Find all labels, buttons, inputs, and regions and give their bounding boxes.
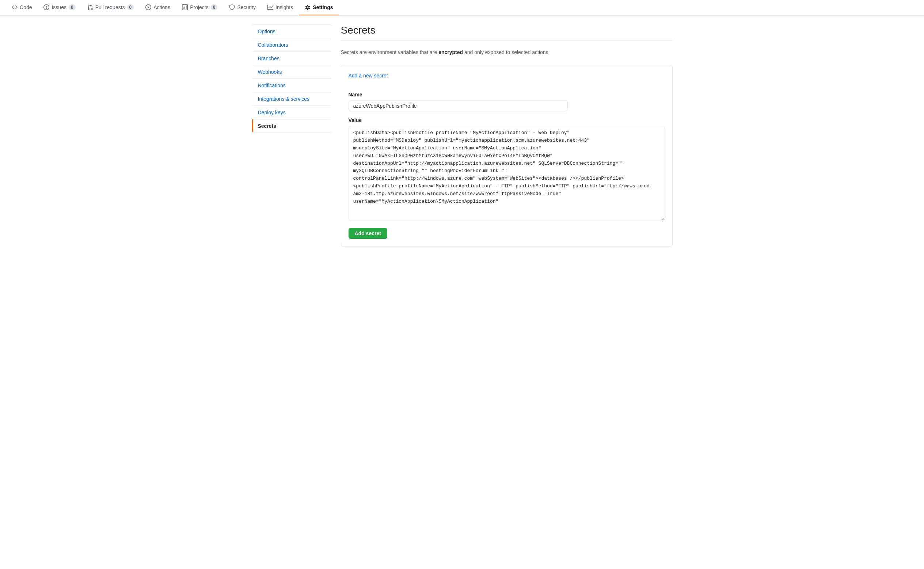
pull-request-icon xyxy=(87,5,93,10)
sidebar-item-secrets[interactable]: Secrets xyxy=(252,119,332,132)
nav-projects-label: Projects xyxy=(190,5,209,10)
page-divider xyxy=(341,41,673,41)
nav-settings-label: Settings xyxy=(313,5,333,10)
insights-icon xyxy=(268,5,273,10)
nav-pr-label: Pull requests xyxy=(95,5,125,10)
secrets-form-box: Add a new secret Name Value Add secret xyxy=(341,65,673,246)
nav-issues[interactable]: Issues 0 xyxy=(38,0,81,15)
sidebar: Options Collaborators Branches Webhooks … xyxy=(252,24,332,133)
actions-icon xyxy=(145,5,151,10)
sidebar-item-options[interactable]: Options xyxy=(252,25,332,38)
nav-code-label: Code xyxy=(20,5,32,10)
nav-actions-label: Actions xyxy=(154,5,170,10)
name-group: Name xyxy=(349,92,665,111)
value-textarea[interactable] xyxy=(349,126,665,221)
value-label: Value xyxy=(349,117,665,123)
projects-icon xyxy=(182,5,188,10)
security-icon xyxy=(229,5,235,10)
nav-settings[interactable]: Settings xyxy=(299,0,339,15)
nav-security-label: Security xyxy=(237,5,256,10)
page-title: Secrets xyxy=(341,24,673,36)
issues-badge: 0 xyxy=(69,5,76,10)
nav-code[interactable]: Code xyxy=(6,0,38,15)
name-input[interactable] xyxy=(349,100,568,111)
top-nav: Code Issues 0 Pull requests 0 Actions Pr… xyxy=(0,0,924,16)
sidebar-item-notifications[interactable]: Notifications xyxy=(252,79,332,93)
add-new-secret-link[interactable]: Add a new secret xyxy=(349,73,388,79)
sidebar-item-webhooks[interactable]: Webhooks xyxy=(252,65,332,79)
value-group: Value xyxy=(349,117,665,222)
nav-security[interactable]: Security xyxy=(223,0,262,15)
nav-issues-label: Issues xyxy=(52,5,66,10)
sidebar-item-deploy-keys[interactable]: Deploy keys xyxy=(252,106,332,119)
nav-insights[interactable]: Insights xyxy=(262,0,299,15)
layout: Options Collaborators Branches Webhooks … xyxy=(243,24,681,246)
sidebar-item-integrations[interactable]: Integrations & services xyxy=(252,93,332,106)
nav-projects[interactable]: Projects 0 xyxy=(176,0,223,15)
nav-actions[interactable]: Actions xyxy=(140,0,176,15)
projects-badge: 0 xyxy=(211,5,218,10)
sidebar-item-branches[interactable]: Branches xyxy=(252,52,332,65)
code-icon xyxy=(12,5,18,10)
description: Secrets are environment variables that a… xyxy=(341,48,673,56)
issue-icon xyxy=(44,5,49,10)
add-secret-button[interactable]: Add secret xyxy=(349,228,387,239)
nav-pull-requests[interactable]: Pull requests 0 xyxy=(81,0,140,15)
name-label: Name xyxy=(349,92,665,97)
sidebar-item-collaborators[interactable]: Collaborators xyxy=(252,38,332,52)
nav-insights-label: Insights xyxy=(276,5,293,10)
gear-icon xyxy=(305,5,311,10)
main-content: Secrets Secrets are environment variable… xyxy=(341,24,673,246)
pr-badge: 0 xyxy=(127,5,134,10)
